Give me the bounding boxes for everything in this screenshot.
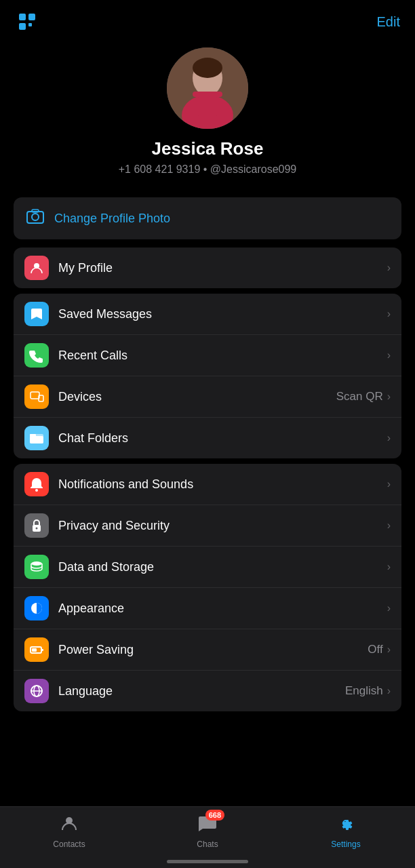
- language-icon: [24, 679, 49, 703]
- power-saving-label: Power Saving: [58, 643, 368, 657]
- privacy-label: Privacy and Security: [58, 519, 387, 533]
- settings-tab-icon: [336, 814, 355, 837]
- grid-icon[interactable]: [15, 9, 39, 34]
- svg-rect-8: [193, 92, 222, 97]
- profile-section: Jessica Rose +1 608 421 9319 • @Jessicar…: [0, 41, 415, 189]
- menu-group-settings: Notifications and Sounds › Privacy and S…: [14, 464, 401, 711]
- profile-info: +1 608 421 9319 • @Jessicarose099: [119, 163, 296, 176]
- avatar[interactable]: [167, 47, 248, 129]
- menu-item-power-saving[interactable]: Power Saving Off ›: [14, 629, 401, 671]
- menu-item-devices[interactable]: Devices Scan QR ›: [14, 376, 401, 418]
- home-indicator: [167, 860, 248, 863]
- svg-rect-1: [28, 14, 35, 20]
- devices-label: Devices: [58, 390, 336, 404]
- svg-rect-3: [28, 23, 32, 26]
- chevron-icon: ›: [387, 644, 391, 656]
- privacy-icon: [24, 513, 49, 538]
- my-profile-icon: [24, 256, 49, 280]
- svg-rect-2: [19, 23, 26, 30]
- svg-rect-17: [30, 436, 43, 443]
- menu-item-saved-messages[interactable]: Saved Messages ›: [14, 294, 401, 335]
- saved-messages-icon: [24, 302, 49, 326]
- chevron-icon: ›: [387, 262, 391, 274]
- tab-contacts[interactable]: Contacts: [0, 814, 138, 849]
- appearance-icon: [24, 596, 49, 620]
- svg-rect-18: [30, 434, 36, 437]
- svg-rect-14: [31, 392, 39, 399]
- chat-folders-icon: [24, 426, 49, 450]
- menu-item-appearance[interactable]: Appearance ›: [14, 588, 401, 629]
- power-saving-value: Off: [368, 643, 382, 656]
- svg-point-11: [32, 214, 39, 220]
- chevron-icon: ›: [387, 602, 391, 614]
- language-value: English: [345, 684, 383, 698]
- data-storage-label: Data and Storage: [58, 560, 387, 574]
- power-saving-icon: [24, 637, 49, 662]
- chats-tab-label: Chats: [197, 840, 218, 849]
- chevron-icon: ›: [387, 519, 391, 532]
- tab-settings[interactable]: Settings: [277, 814, 415, 849]
- edit-button[interactable]: Edit: [377, 14, 400, 30]
- chevron-icon: ›: [387, 432, 391, 444]
- appearance-label: Appearance: [58, 601, 387, 616]
- menu-group-profile: My Profile ›: [14, 248, 401, 288]
- menu-item-my-profile[interactable]: My Profile ›: [14, 248, 401, 288]
- change-photo-label: Change Profile Photo: [54, 212, 170, 226]
- my-profile-label: My Profile: [58, 261, 387, 275]
- chevron-icon: ›: [387, 391, 391, 403]
- recent-calls-label: Recent Calls: [58, 349, 387, 363]
- svg-point-22: [31, 561, 42, 566]
- svg-point-7: [193, 58, 222, 78]
- chevron-icon: ›: [387, 478, 391, 490]
- menu-item-data-storage[interactable]: Data and Storage ›: [14, 547, 401, 588]
- saved-messages-label: Saved Messages: [58, 307, 387, 321]
- notifications-label: Notifications and Sounds: [58, 477, 387, 492]
- contacts-tab-icon: [60, 814, 79, 837]
- svg-rect-0: [19, 14, 26, 20]
- chevron-icon: ›: [387, 561, 391, 573]
- change-profile-photo-button[interactable]: Change Profile Photo: [14, 197, 401, 239]
- devices-value: Scan QR: [336, 390, 383, 403]
- chat-folders-label: Chat Folders: [58, 431, 387, 446]
- menu-item-privacy[interactable]: Privacy and Security ›: [14, 505, 401, 547]
- chats-tab-icon: 668: [197, 814, 218, 837]
- menu-item-recent-calls[interactable]: Recent Calls ›: [14, 335, 401, 376]
- svg-rect-9: [197, 97, 218, 116]
- menu-item-language[interactable]: Language English ›: [14, 671, 401, 711]
- tab-bar: Contacts 668 Chats Settings: [0, 806, 415, 868]
- menu-group-main: Saved Messages › Recent Calls › Devices …: [14, 294, 401, 458]
- language-label: Language: [58, 684, 345, 698]
- devices-icon: [24, 384, 49, 409]
- menu-item-notifications[interactable]: Notifications and Sounds ›: [14, 464, 401, 505]
- svg-point-19: [35, 489, 38, 492]
- svg-rect-26: [32, 648, 37, 652]
- chevron-icon: ›: [387, 685, 391, 697]
- notifications-icon: [24, 472, 49, 496]
- settings-tab-label: Settings: [331, 840, 360, 849]
- data-storage-icon: [24, 555, 49, 579]
- profile-name: Jessica Rose: [152, 138, 264, 159]
- recent-calls-icon: [24, 343, 49, 368]
- svg-point-21: [36, 528, 38, 530]
- svg-rect-25: [41, 649, 43, 651]
- tab-chats[interactable]: 668 Chats: [138, 814, 277, 849]
- camera-icon: [26, 207, 45, 230]
- menu-item-chat-folders[interactable]: Chat Folders ›: [14, 418, 401, 458]
- chevron-icon: ›: [387, 349, 391, 361]
- header: Edit: [0, 0, 415, 41]
- chats-badge: 668: [205, 810, 224, 821]
- chevron-icon: ›: [387, 308, 391, 320]
- contacts-tab-label: Contacts: [53, 840, 85, 849]
